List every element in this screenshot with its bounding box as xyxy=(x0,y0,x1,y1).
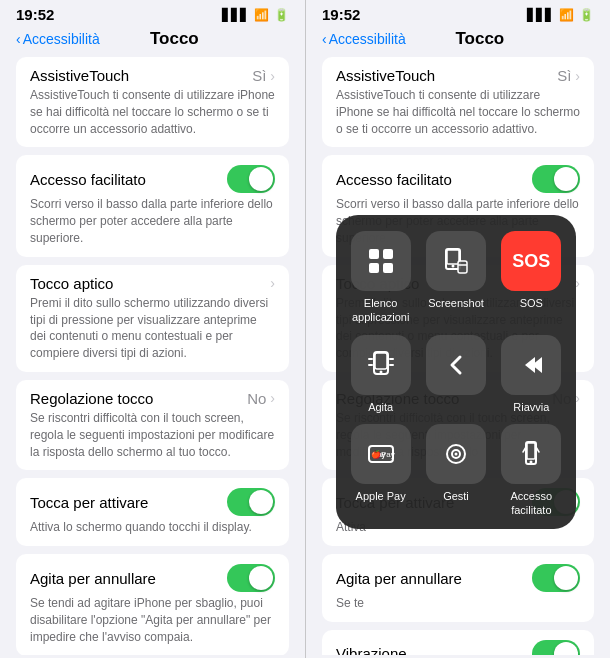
right-status-icons: ▋▋▋ 📶 🔋 xyxy=(527,8,594,22)
left-regolazione-chevron: › xyxy=(270,390,275,406)
left-tocca-attivare-toggle[interactable] xyxy=(227,488,275,516)
left-agita-toggle[interactable] xyxy=(227,564,275,592)
left-accesso-item[interactable]: Accesso facilitato Scorri verso il basso… xyxy=(16,155,289,256)
svg-rect-25 xyxy=(527,443,535,459)
svg-point-11 xyxy=(379,370,382,373)
left-status-icons: ▋▋▋ 📶 🔋 xyxy=(222,8,289,22)
left-tocca-attivare-title: Tocca per attivare xyxy=(30,494,148,511)
left-assistivetouch-item[interactable]: AssistiveTouch Sì › AssistiveTouch ti co… xyxy=(16,57,289,147)
popup-label-agita: Agita xyxy=(368,400,393,414)
left-regolazione-value: No › xyxy=(247,390,275,407)
right-assistivetouch-value: Sì › xyxy=(557,67,580,84)
sos-icon: SOS xyxy=(512,251,550,272)
right-group-1: AssistiveTouch Sì › AssistiveTouch ti co… xyxy=(322,57,594,147)
right-vibrazione-item[interactable]: Vibrazione Quando l'opzione non è attiva… xyxy=(322,630,594,655)
accessibility-icon xyxy=(515,438,547,470)
screenshot-icon xyxy=(440,245,472,277)
left-assistivetouch-chevron: › xyxy=(270,68,275,84)
right-back-chevron: ‹ xyxy=(322,31,327,47)
left-tocco-aptico-value: › xyxy=(270,275,275,291)
svg-point-26 xyxy=(530,460,533,463)
popup-item-screenshot[interactable]: Screenshot xyxy=(423,231,488,325)
signal-icon: ▋▋▋ xyxy=(222,8,249,22)
shake-icon xyxy=(365,349,397,381)
right-accesso-toggle[interactable] xyxy=(532,165,580,193)
left-nav-bar: ‹ Accessibilità Tocco xyxy=(0,27,305,57)
left-back-label: Accessibilità xyxy=(23,31,100,47)
popup-grid: Elenco applicazioni Screenshot xyxy=(348,231,564,517)
popup-item-accesso[interactable]: Accesso facilitato xyxy=(499,424,564,518)
popup-label-gesti: Gesti xyxy=(443,489,469,503)
left-assistivetouch-desc: AssistiveTouch ti consente di utilizzare… xyxy=(30,87,275,137)
popup-item-sos[interactable]: SOS SOS xyxy=(499,231,564,325)
right-agita-title: Agita per annullare xyxy=(336,570,462,587)
right-back-button[interactable]: ‹ Accessibilità xyxy=(322,31,406,47)
grid-icon xyxy=(365,245,397,277)
popup-item-gesti[interactable]: Gesti xyxy=(423,424,488,518)
left-assistivetouch-val-text: Sì xyxy=(252,67,266,84)
left-settings-list: AssistiveTouch Sì › AssistiveTouch ti co… xyxy=(0,57,305,655)
left-regolazione-item[interactable]: Regolazione tocco No › Se riscontri diff… xyxy=(16,380,289,470)
left-group-2: Accesso facilitato Scorri verso il basso… xyxy=(16,155,289,256)
right-tocco-aptico-value: › xyxy=(575,275,580,291)
svg-rect-10 xyxy=(375,353,387,369)
right-vibrazione-toggle[interactable] xyxy=(532,640,580,655)
right-accesso-title: Accesso facilitato xyxy=(336,171,452,188)
left-tocco-aptico-title: Tocco aptico xyxy=(30,275,113,292)
left-accesso-desc: Scorri verso il basso dalla parte inferi… xyxy=(30,196,275,246)
right-assistivetouch-val-text: Sì xyxy=(557,67,571,84)
svg-point-6 xyxy=(451,265,454,268)
left-group-6: Agita per annullare Se tendi ad agitare … xyxy=(16,554,289,655)
battery-icon: 🔋 xyxy=(274,8,289,22)
rewind-icon xyxy=(515,349,547,381)
left-back-button[interactable]: ‹ Accessibilità xyxy=(16,31,100,47)
right-assistivetouch-item[interactable]: AssistiveTouch Sì › AssistiveTouch ti co… xyxy=(322,57,594,147)
svg-rect-0 xyxy=(369,249,379,259)
left-group-3: Tocco aptico › Premi il dito sullo scher… xyxy=(16,265,289,372)
assistivetouch-popup: Elenco applicazioni Screenshot xyxy=(336,215,576,529)
left-regolazione-title: Regolazione tocco xyxy=(30,390,153,407)
left-regolazione-val-text: No xyxy=(247,390,266,407)
right-signal-icon: ▋▋▋ xyxy=(527,8,554,22)
left-assistivetouch-title: AssistiveTouch xyxy=(30,67,129,84)
left-tocco-aptico-item[interactable]: Tocco aptico › Premi il dito sullo scher… xyxy=(16,265,289,372)
popup-item-back[interactable] xyxy=(423,335,488,414)
left-tocco-aptico-desc: Premi il dito sullo schermo utilizzando … xyxy=(30,295,275,362)
right-assistivetouch-desc: AssistiveTouch ti consente di utilizzare… xyxy=(336,87,580,137)
left-status-bar: 19:52 ▋▋▋ 📶 🔋 xyxy=(0,0,305,27)
popup-label-riavvia: Riavvia xyxy=(513,400,549,414)
left-group-5: Tocca per attivare Attiva lo schermo qua… xyxy=(16,478,289,546)
popup-label-sos: SOS xyxy=(520,296,543,310)
svg-rect-1 xyxy=(383,249,393,259)
right-agita-item[interactable]: Agita per annullare Se te xyxy=(322,554,594,622)
popup-item-riavvia[interactable]: Riavvia xyxy=(499,335,564,414)
right-tocco-aptico-chevron: › xyxy=(575,275,580,291)
popup-icon-applepay-wrap: Pay 🍎Pay xyxy=(351,424,411,484)
left-agita-title: Agita per annullare xyxy=(30,570,156,587)
left-panel: 19:52 ▋▋▋ 📶 🔋 ‹ Accessibilità Tocco Assi… xyxy=(0,0,305,658)
popup-item-elenco[interactable]: Elenco applicazioni xyxy=(348,231,413,325)
left-agita-item[interactable]: Agita per annullare Se tendi ad agitare … xyxy=(16,554,289,655)
left-time: 19:52 xyxy=(16,6,54,23)
svg-rect-3 xyxy=(383,263,393,273)
left-back-chevron: ‹ xyxy=(16,31,21,47)
left-agita-desc: Se tendi ad agitare iPhone per sbaglio, … xyxy=(30,595,275,645)
left-group-4: Regolazione tocco No › Se riscontri diff… xyxy=(16,380,289,470)
popup-icon-elenco-wrap xyxy=(351,231,411,291)
left-tocca-attivare-item[interactable]: Tocca per attivare Attiva lo schermo qua… xyxy=(16,478,289,546)
popup-item-applepay[interactable]: Pay 🍎Pay Apple Pay xyxy=(348,424,413,518)
right-vibrazione-title: Vibrazione xyxy=(336,645,407,655)
gestures-icon xyxy=(440,438,472,470)
popup-icon-accesso-wrap xyxy=(501,424,561,484)
right-agita-toggle[interactable] xyxy=(532,564,580,592)
right-back-label: Accessibilità xyxy=(329,31,406,47)
svg-rect-5 xyxy=(447,250,459,264)
right-page-title: Tocco xyxy=(406,29,554,49)
popup-item-agita[interactable]: Agita xyxy=(348,335,413,414)
popup-icon-screenshot-wrap xyxy=(426,231,486,291)
applepay-icon: Pay 🍎Pay xyxy=(365,438,397,470)
left-accesso-toggle[interactable] xyxy=(227,165,275,193)
right-wifi-icon: 📶 xyxy=(559,8,574,22)
popup-label-screenshot: Screenshot xyxy=(428,296,484,310)
popup-label-elenco: Elenco applicazioni xyxy=(348,296,413,325)
